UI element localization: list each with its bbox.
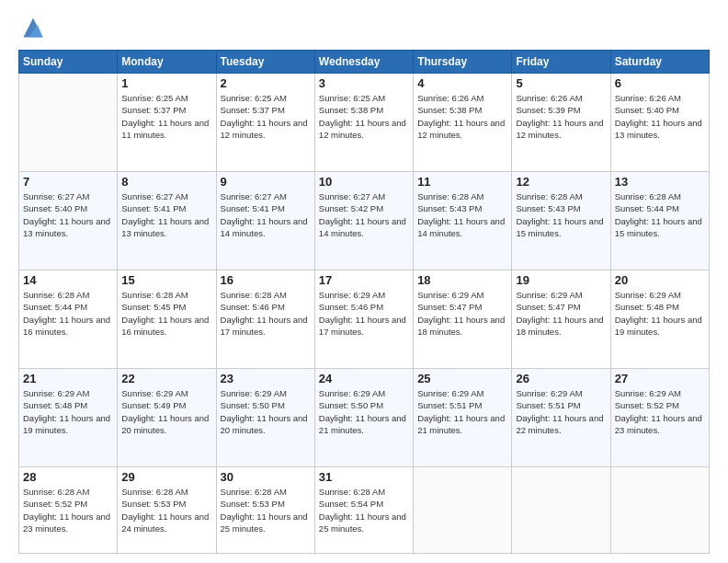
cell-info: Sunrise: 6:29 AMSunset: 5:48 PMDaylight:… bbox=[23, 387, 113, 436]
header bbox=[18, 15, 710, 40]
calendar-week-row: 28Sunrise: 6:28 AMSunset: 5:52 PMDayligh… bbox=[19, 467, 710, 554]
day-number: 24 bbox=[319, 372, 409, 385]
cell-info: Sunrise: 6:28 AMSunset: 5:44 PMDaylight:… bbox=[615, 190, 705, 239]
day-number: 20 bbox=[615, 273, 705, 287]
day-number: 27 bbox=[615, 372, 705, 385]
cell-info: Sunrise: 6:29 AMSunset: 5:52 PMDaylight:… bbox=[615, 387, 705, 436]
calendar-week-row: 7Sunrise: 6:27 AMSunset: 5:40 PMDaylight… bbox=[19, 172, 710, 270]
day-number: 21 bbox=[23, 372, 113, 385]
cell-info: Sunrise: 6:27 AMSunset: 5:40 PMDaylight:… bbox=[23, 190, 113, 239]
calendar-cell: 1Sunrise: 6:25 AMSunset: 5:37 PMDaylight… bbox=[118, 74, 216, 172]
calendar-cell: 23Sunrise: 6:29 AMSunset: 5:50 PMDayligh… bbox=[216, 369, 314, 467]
day-number: 26 bbox=[516, 372, 606, 385]
calendar-header-thursday: Thursday bbox=[414, 51, 512, 74]
calendar-cell: 30Sunrise: 6:28 AMSunset: 5:53 PMDayligh… bbox=[216, 467, 314, 554]
cell-info: Sunrise: 6:26 AMSunset: 5:38 PMDaylight:… bbox=[417, 92, 507, 141]
calendar-cell bbox=[610, 467, 709, 554]
cell-info: Sunrise: 6:28 AMSunset: 5:43 PMDaylight:… bbox=[516, 190, 606, 239]
calendar-cell: 25Sunrise: 6:29 AMSunset: 5:51 PMDayligh… bbox=[414, 369, 512, 467]
calendar-cell bbox=[512, 467, 610, 554]
calendar-header-tuesday: Tuesday bbox=[216, 51, 314, 74]
day-number: 28 bbox=[23, 470, 113, 484]
calendar-week-row: 21Sunrise: 6:29 AMSunset: 5:48 PMDayligh… bbox=[19, 369, 710, 467]
cell-info: Sunrise: 6:28 AMSunset: 5:45 PMDaylight:… bbox=[121, 289, 211, 338]
calendar-cell: 4Sunrise: 6:26 AMSunset: 5:38 PMDaylight… bbox=[414, 74, 512, 172]
day-number: 3 bbox=[319, 76, 409, 90]
calendar-table: SundayMondayTuesdayWednesdayThursdayFrid… bbox=[18, 50, 710, 554]
calendar-cell: 2Sunrise: 6:25 AMSunset: 5:37 PMDaylight… bbox=[216, 74, 314, 172]
cell-info: Sunrise: 6:27 AMSunset: 5:41 PMDaylight:… bbox=[121, 190, 211, 239]
logo-icon bbox=[20, 15, 46, 40]
calendar-cell: 24Sunrise: 6:29 AMSunset: 5:50 PMDayligh… bbox=[314, 369, 413, 467]
calendar-week-row: 1Sunrise: 6:25 AMSunset: 5:37 PMDaylight… bbox=[19, 74, 710, 172]
day-number: 25 bbox=[417, 372, 507, 385]
day-number: 7 bbox=[23, 175, 113, 189]
day-number: 9 bbox=[221, 175, 311, 189]
calendar-cell: 3Sunrise: 6:25 AMSunset: 5:38 PMDaylight… bbox=[314, 74, 413, 172]
day-number: 30 bbox=[221, 470, 311, 484]
cell-info: Sunrise: 6:28 AMSunset: 5:44 PMDaylight:… bbox=[23, 289, 113, 338]
calendar-cell bbox=[19, 74, 118, 172]
calendar-cell: 10Sunrise: 6:27 AMSunset: 5:42 PMDayligh… bbox=[314, 172, 413, 270]
day-number: 15 bbox=[121, 273, 211, 287]
calendar-cell: 18Sunrise: 6:29 AMSunset: 5:47 PMDayligh… bbox=[414, 270, 512, 369]
calendar-header-wednesday: Wednesday bbox=[314, 51, 413, 74]
cell-info: Sunrise: 6:29 AMSunset: 5:49 PMDaylight:… bbox=[121, 387, 211, 436]
cell-info: Sunrise: 6:25 AMSunset: 5:38 PMDaylight:… bbox=[319, 92, 409, 141]
calendar-cell: 12Sunrise: 6:28 AMSunset: 5:43 PMDayligh… bbox=[512, 172, 610, 270]
day-number: 17 bbox=[319, 273, 409, 287]
cell-info: Sunrise: 6:29 AMSunset: 5:50 PMDaylight:… bbox=[221, 387, 311, 436]
cell-info: Sunrise: 6:29 AMSunset: 5:48 PMDaylight:… bbox=[615, 289, 705, 338]
calendar-cell bbox=[414, 467, 512, 554]
calendar-cell: 8Sunrise: 6:27 AMSunset: 5:41 PMDaylight… bbox=[118, 172, 216, 270]
calendar-cell: 9Sunrise: 6:27 AMSunset: 5:41 PMDaylight… bbox=[216, 172, 314, 270]
page: SundayMondayTuesdayWednesdayThursdayFrid… bbox=[0, 0, 728, 563]
cell-info: Sunrise: 6:28 AMSunset: 5:43 PMDaylight:… bbox=[417, 190, 507, 239]
day-number: 12 bbox=[516, 175, 606, 189]
calendar-header-friday: Friday bbox=[512, 51, 610, 74]
day-number: 31 bbox=[319, 470, 409, 484]
calendar-week-row: 14Sunrise: 6:28 AMSunset: 5:44 PMDayligh… bbox=[19, 270, 710, 369]
calendar-header-monday: Monday bbox=[118, 51, 216, 74]
cell-info: Sunrise: 6:28 AMSunset: 5:53 PMDaylight:… bbox=[121, 486, 211, 534]
calendar-cell: 27Sunrise: 6:29 AMSunset: 5:52 PMDayligh… bbox=[610, 369, 709, 467]
calendar-cell: 13Sunrise: 6:28 AMSunset: 5:44 PMDayligh… bbox=[610, 172, 709, 270]
cell-info: Sunrise: 6:26 AMSunset: 5:39 PMDaylight:… bbox=[516, 92, 606, 141]
calendar-header-sunday: Sunday bbox=[19, 51, 118, 74]
calendar-cell: 11Sunrise: 6:28 AMSunset: 5:43 PMDayligh… bbox=[414, 172, 512, 270]
cell-info: Sunrise: 6:26 AMSunset: 5:40 PMDaylight:… bbox=[615, 92, 705, 141]
day-number: 11 bbox=[417, 175, 507, 189]
cell-info: Sunrise: 6:29 AMSunset: 5:47 PMDaylight:… bbox=[417, 289, 507, 338]
cell-info: Sunrise: 6:29 AMSunset: 5:50 PMDaylight:… bbox=[319, 387, 409, 436]
cell-info: Sunrise: 6:28 AMSunset: 5:46 PMDaylight:… bbox=[221, 289, 311, 338]
day-number: 23 bbox=[221, 372, 311, 385]
day-number: 10 bbox=[319, 175, 409, 189]
day-number: 1 bbox=[121, 76, 211, 90]
calendar-header-row: SundayMondayTuesdayWednesdayThursdayFrid… bbox=[19, 51, 710, 74]
day-number: 6 bbox=[615, 76, 705, 90]
cell-info: Sunrise: 6:25 AMSunset: 5:37 PMDaylight:… bbox=[221, 92, 311, 141]
cell-info: Sunrise: 6:29 AMSunset: 5:46 PMDaylight:… bbox=[319, 289, 409, 338]
calendar-cell: 29Sunrise: 6:28 AMSunset: 5:53 PMDayligh… bbox=[118, 467, 216, 554]
calendar-cell: 6Sunrise: 6:26 AMSunset: 5:40 PMDaylight… bbox=[610, 74, 709, 172]
cell-info: Sunrise: 6:29 AMSunset: 5:51 PMDaylight:… bbox=[417, 387, 507, 436]
calendar-cell: 14Sunrise: 6:28 AMSunset: 5:44 PMDayligh… bbox=[19, 270, 118, 369]
calendar-cell: 28Sunrise: 6:28 AMSunset: 5:52 PMDayligh… bbox=[19, 467, 118, 554]
logo bbox=[18, 15, 46, 40]
calendar-cell: 17Sunrise: 6:29 AMSunset: 5:46 PMDayligh… bbox=[314, 270, 413, 369]
calendar-cell: 19Sunrise: 6:29 AMSunset: 5:47 PMDayligh… bbox=[512, 270, 610, 369]
cell-info: Sunrise: 6:25 AMSunset: 5:37 PMDaylight:… bbox=[121, 92, 211, 141]
calendar-cell: 31Sunrise: 6:28 AMSunset: 5:54 PMDayligh… bbox=[314, 467, 413, 554]
day-number: 22 bbox=[121, 372, 211, 385]
day-number: 2 bbox=[221, 76, 311, 90]
calendar-cell: 7Sunrise: 6:27 AMSunset: 5:40 PMDaylight… bbox=[19, 172, 118, 270]
day-number: 19 bbox=[516, 273, 606, 287]
cell-info: Sunrise: 6:27 AMSunset: 5:41 PMDaylight:… bbox=[221, 190, 311, 239]
calendar-cell: 22Sunrise: 6:29 AMSunset: 5:49 PMDayligh… bbox=[118, 369, 216, 467]
cell-info: Sunrise: 6:28 AMSunset: 5:54 PMDaylight:… bbox=[319, 486, 409, 534]
calendar-cell: 16Sunrise: 6:28 AMSunset: 5:46 PMDayligh… bbox=[216, 270, 314, 369]
day-number: 14 bbox=[23, 273, 113, 287]
day-number: 29 bbox=[121, 470, 211, 484]
day-number: 16 bbox=[221, 273, 311, 287]
day-number: 5 bbox=[516, 76, 606, 90]
